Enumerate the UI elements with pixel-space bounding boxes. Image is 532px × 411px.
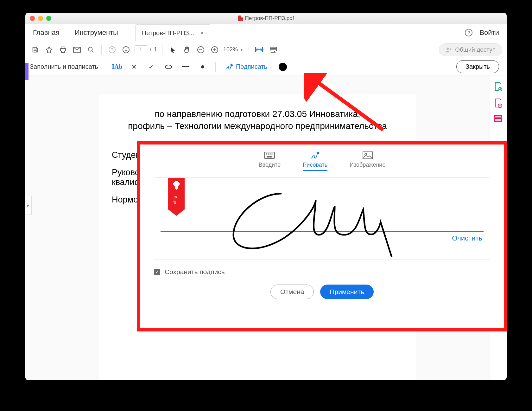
fill-sign-indicator xyxy=(25,63,28,80)
save-icon[interactable] xyxy=(30,44,41,55)
print-icon[interactable] xyxy=(58,44,68,55)
login-link[interactable]: Войти xyxy=(479,29,499,37)
tab-home[interactable]: Главная xyxy=(25,24,67,41)
signature-tab-type[interactable]: Введите xyxy=(259,150,281,171)
svg-point-20 xyxy=(266,154,267,154)
tab-document[interactable]: Петров-ПП-РПЗ.... × xyxy=(135,24,210,41)
doc-line: по направлению подготовки 27.03.05 Иннов… xyxy=(112,109,403,119)
sign-button[interactable]: Подписать xyxy=(225,63,267,70)
svg-point-11 xyxy=(165,65,172,69)
svg-rect-16 xyxy=(495,115,502,117)
zoom-value: 102% xyxy=(223,46,238,53)
text-tool-icon[interactable]: IAb xyxy=(111,61,124,73)
main-toolbar: / 1 102% ▼ ▾ Общий доступ xyxy=(25,41,507,58)
mail-icon[interactable] xyxy=(72,44,82,55)
page-separator: / xyxy=(150,46,151,53)
cancel-button[interactable]: Отмена xyxy=(270,285,314,299)
pen-draw-icon xyxy=(303,150,327,160)
x-mark-tool-icon[interactable]: ✕ xyxy=(128,61,141,73)
close-toolbar-button[interactable]: Закрыть xyxy=(456,60,499,73)
tab-tools[interactable]: Инструменты xyxy=(67,24,126,41)
svg-point-23 xyxy=(272,154,272,154)
svg-point-3 xyxy=(88,47,92,51)
select-tool-icon[interactable] xyxy=(168,44,178,55)
adobe-sign-bookmark: Sign xyxy=(168,178,185,216)
caret-down-icon: ▼ xyxy=(240,48,244,52)
svg-point-9 xyxy=(447,48,449,50)
tab-label: Введите xyxy=(259,162,281,168)
page-display-icon[interactable] xyxy=(268,44,279,55)
signature-tab-image[interactable]: Изображение xyxy=(350,150,385,171)
line-tool-icon[interactable] xyxy=(179,61,192,73)
top-nav: Главная Инструменты Петров-ПП-РПЗ.... × … xyxy=(25,24,507,41)
tab-label: Изображение xyxy=(350,162,385,168)
svg-text:Sign: Sign xyxy=(173,196,178,204)
svg-point-21 xyxy=(268,154,269,154)
color-picker-dot[interactable] xyxy=(279,63,287,71)
signature-modal: Введите Рисовать Изображение Sign xyxy=(137,141,507,331)
svg-point-22 xyxy=(270,154,270,154)
help-icon[interactable]: ? xyxy=(465,29,472,36)
tab-label: Рисовать xyxy=(303,162,327,168)
save-signature-checkbox[interactable]: ✓ xyxy=(154,269,160,275)
page-total: 1 xyxy=(154,46,157,53)
keyboard-icon xyxy=(259,150,281,160)
signature-canvas[interactable]: Sign Очистить xyxy=(154,177,490,260)
fill-sign-toolbar: Заполнить и подписать IAb ✕ ✓ Подписать … xyxy=(25,58,507,75)
svg-rect-0 xyxy=(34,50,36,52)
share-label: Общий доступ xyxy=(455,46,496,53)
share-button[interactable]: Общий доступ xyxy=(439,43,502,56)
left-panel-toggle[interactable]: ▸ xyxy=(25,196,32,215)
drawn-signature xyxy=(214,181,411,257)
hand-tool-icon[interactable] xyxy=(181,44,192,55)
search-icon[interactable] xyxy=(86,44,96,55)
svg-point-13 xyxy=(201,65,204,68)
sign-label: Подписать xyxy=(236,63,267,70)
doc-line: профиль – Технологии международного пред… xyxy=(112,121,403,131)
tab-close-icon[interactable]: × xyxy=(200,30,204,36)
zoom-dropdown[interactable]: 102% ▼ xyxy=(223,46,244,53)
window-title: Петров-ПП-РПЗ.pdf xyxy=(245,15,294,22)
page-down-icon[interactable] xyxy=(121,44,131,55)
dot-tool-icon[interactable] xyxy=(196,61,209,73)
create-pdf-icon[interactable] xyxy=(494,98,503,107)
apply-button[interactable]: Применить xyxy=(320,285,374,299)
svg-rect-25 xyxy=(363,152,372,159)
svg-rect-8 xyxy=(270,47,276,51)
tab-document-label: Петров-ПП-РПЗ.... xyxy=(142,29,196,37)
check-tool-icon[interactable]: ✓ xyxy=(145,61,158,73)
circle-tool-icon[interactable] xyxy=(162,61,175,73)
fit-width-icon[interactable]: ▾ xyxy=(254,44,265,55)
image-icon xyxy=(350,150,385,160)
page-up-icon[interactable] xyxy=(107,44,117,55)
save-signature-label: Сохранить подпись xyxy=(165,268,225,276)
edit-pdf-icon[interactable] xyxy=(494,115,503,124)
page-current-input[interactable] xyxy=(135,45,147,54)
svg-point-10 xyxy=(450,48,451,50)
clear-signature-link[interactable]: Очистить xyxy=(452,234,482,242)
fill-sign-title: Заполнить и подписать xyxy=(30,63,98,70)
svg-rect-12 xyxy=(182,66,189,67)
svg-rect-17 xyxy=(495,119,502,122)
svg-rect-24 xyxy=(267,156,272,157)
star-icon[interactable] xyxy=(44,44,54,55)
zoom-out-icon[interactable] xyxy=(195,44,206,55)
signature-tab-draw[interactable]: Рисовать xyxy=(303,150,327,171)
pdf-file-icon xyxy=(238,16,243,21)
export-pdf-icon[interactable] xyxy=(494,82,503,91)
title-bar: Петров-ПП-РПЗ.pdf xyxy=(25,13,507,24)
zoom-in-icon[interactable] xyxy=(209,44,220,55)
